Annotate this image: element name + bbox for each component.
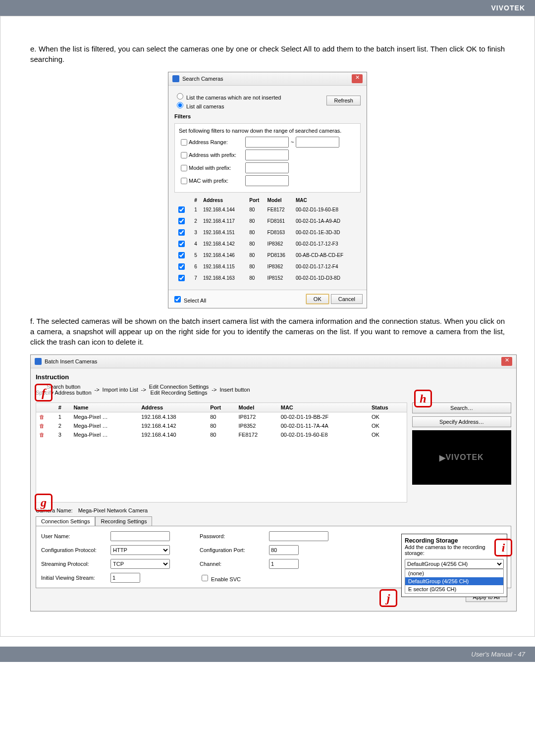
password-input[interactable]: [269, 531, 328, 541]
footer-bar: User's Manual - 47: [0, 647, 535, 662]
label-password: Password:: [200, 533, 269, 539]
table-row[interactable]: 🗑2Mega-Pixel …192.168.4.14280IP835200-02…: [36, 421, 407, 430]
callout-i: i: [494, 539, 512, 556]
side-panel: Search… Specify Address… ▶ VIVOTEK: [412, 403, 511, 503]
row-check[interactable]: [178, 252, 185, 258]
callout-j: j: [379, 589, 397, 607]
col-num: #: [192, 197, 201, 204]
row-check[interactable]: [178, 241, 185, 247]
check-mac-prefix[interactable]: [181, 178, 187, 184]
table-row[interactable]: 3192.168.4.15180FD816300-02-D1-1E-3D-3D: [174, 227, 361, 238]
close-icon[interactable]: ✕: [501, 357, 512, 366]
channel-input[interactable]: [269, 559, 299, 569]
label-model-prefix: Model with prefix:: [189, 165, 243, 171]
storage-dropdown-open[interactable]: (none) DefaultGroup (4/256 CH) E sector …: [405, 569, 504, 594]
row-check[interactable]: [178, 206, 185, 213]
radio-list-all[interactable]: List all cameras: [174, 103, 224, 109]
callout-g: g: [35, 494, 53, 511]
col-port: Port: [247, 197, 265, 204]
footer-text: User's Manual - 47: [471, 651, 525, 658]
specify-address-button[interactable]: Specify Address…: [412, 416, 511, 427]
table-row[interactable]: 🗑1Mega-Pixel …192.168.4.13880IP817200-02…: [36, 412, 407, 422]
storage-opt-none[interactable]: (none): [405, 569, 503, 577]
label-mac-prefix: MAC with prefix:: [189, 178, 243, 184]
col-model: Model: [266, 197, 294, 204]
row-check[interactable]: [178, 229, 185, 236]
username-input[interactable]: [110, 531, 170, 541]
camera-name-value: Mega-Pixel Network Camera: [78, 507, 148, 513]
addr-prefix-input[interactable]: [245, 150, 289, 160]
col-mac: MAC: [294, 197, 361, 204]
table-row[interactable]: 7192.168.4.16380IP815200-02-D1-1D-D3-8D: [174, 272, 361, 284]
filter-box: Set following filters to narrow down the…: [174, 123, 361, 193]
camera-table: # Address Port Model MAC 1192.168.4.1448…: [174, 197, 361, 284]
dialog-title: Search Cameras: [182, 76, 223, 82]
filters-heading: Filters: [174, 113, 361, 119]
stream-proto-select[interactable]: TCP: [110, 559, 170, 569]
page-content: e. When the list is filtered, you can se…: [0, 16, 535, 637]
tab-recording[interactable]: Recording Settings: [95, 516, 152, 526]
close-icon[interactable]: ✕: [352, 74, 363, 83]
app-icon: [172, 75, 179, 82]
cancel-button[interactable]: Cancel: [331, 294, 363, 304]
batch-titlebar: Batch Insert Cameras ✕: [31, 355, 516, 368]
ok-button[interactable]: OK: [306, 294, 329, 304]
paragraph-f: f. The selected cameras will be shown on…: [30, 316, 505, 347]
label-addr-range: Address Range:: [189, 139, 243, 145]
tab-connection[interactable]: Connection Settings: [36, 516, 95, 526]
table-row[interactable]: 2192.168.4.11780FD816100-02-D1-1A-A9-AD: [174, 215, 361, 227]
check-addr-prefix[interactable]: [181, 152, 187, 158]
refresh-button[interactable]: Refresh: [326, 96, 361, 105]
table-row[interactable]: 6192.168.4.11580IP836200-02-D1-17-12-F4: [174, 261, 361, 272]
trash-icon[interactable]: 🗑: [39, 414, 45, 420]
radio-not-inserted[interactable]: List the cameras which are not inserted: [174, 95, 281, 101]
check-addr-range[interactable]: [181, 139, 187, 146]
label-stream-proto: Streaming Protocol:: [41, 561, 110, 567]
camera-preview: ▶ VIVOTEK: [412, 430, 511, 485]
camera-name-row: Camera Name: Mega-Pixel Network Camera: [36, 507, 511, 513]
filters-hint: Set following filters to narrow down the…: [179, 128, 356, 134]
row-check[interactable]: [178, 218, 185, 224]
trash-icon[interactable]: 🗑: [39, 432, 45, 438]
conf-proto-select[interactable]: HTTP: [110, 545, 170, 555]
col-addr: Address: [201, 197, 247, 204]
app-icon: [35, 358, 42, 365]
table-row[interactable]: 5192.168.4.14680PD813600-AB-CD-AB-CD-EF: [174, 250, 361, 261]
storage-select[interactable]: DefaultGroup (4/256 CH): [405, 559, 504, 569]
camera-list[interactable]: # Name Address Port Model MAC Status 🗑1M…: [36, 403, 407, 503]
search-cameras-dialog: Search Cameras ✕ List the cameras which …: [168, 72, 367, 308]
col-name: Name: [70, 403, 138, 412]
check-model-prefix[interactable]: [181, 165, 187, 171]
recording-storage-box: Recording Storage Add the cameras to the…: [401, 534, 507, 597]
addr-range-to[interactable]: [296, 137, 339, 148]
table-row[interactable]: 🗑3Mega-Pixel …192.168.4.14080FE817200-02…: [36, 430, 407, 439]
brand-text: VIVOTEK: [491, 4, 525, 12]
label-init-stream: Initial Viewing Stream:: [41, 575, 110, 581]
instruction-flow: Search button Specify Address button -> …: [36, 384, 511, 396]
tabs: Connection Settings Recording Settings: [36, 516, 511, 526]
select-all-checkbox[interactable]: Select All: [172, 295, 304, 304]
row-check[interactable]: [178, 275, 185, 281]
dialog-titlebar: Search Cameras ✕: [168, 72, 367, 86]
batch-insert-dialog: Batch Insert Cameras ✕ Instruction Searc…: [30, 354, 517, 611]
addr-range-from[interactable]: [245, 137, 289, 148]
row-check[interactable]: [178, 263, 185, 270]
trash-icon[interactable]: 🗑: [39, 423, 45, 429]
conf-port-input[interactable]: [269, 545, 299, 555]
model-prefix-input[interactable]: [245, 162, 289, 173]
storage-title: Recording Storage: [405, 537, 458, 544]
col-status: Status: [369, 403, 407, 412]
enable-svc-checkbox[interactable]: Enable SVC: [200, 573, 269, 583]
mac-prefix-input[interactable]: [245, 175, 289, 186]
storage-hint: Add the cameras to the recording storage…: [405, 544, 485, 556]
init-stream-input[interactable]: [110, 573, 140, 583]
paragraph-e: e. When the list is filtered, you can se…: [30, 44, 505, 64]
dialog-footer: Select All OK Cancel: [168, 290, 367, 308]
col-num: #: [55, 403, 71, 412]
storage-opt-default[interactable]: DefaultGroup (4/256 CH): [405, 577, 503, 585]
batch-title: Batch Insert Cameras: [45, 358, 97, 364]
table-row[interactable]: 4192.168.4.14280IP836200-02-D1-17-12-F3: [174, 238, 361, 250]
storage-opt-esector[interactable]: E sector (0/256 CH): [405, 585, 503, 593]
header-bar: VIVOTEK: [0, 0, 535, 16]
table-row[interactable]: 1192.168.4.14480FE817200-02-D1-19-60-E8: [174, 204, 361, 215]
